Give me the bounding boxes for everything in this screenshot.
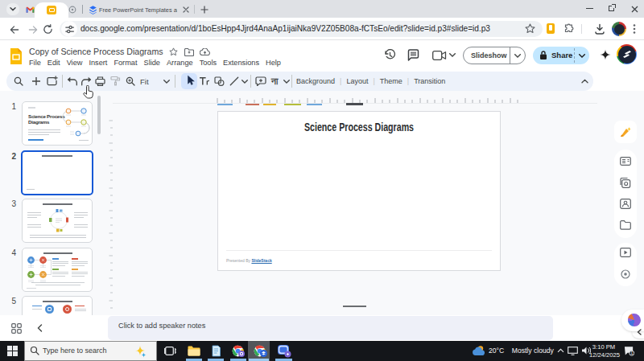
- svg-text:1: 1: [630, 351, 633, 355]
